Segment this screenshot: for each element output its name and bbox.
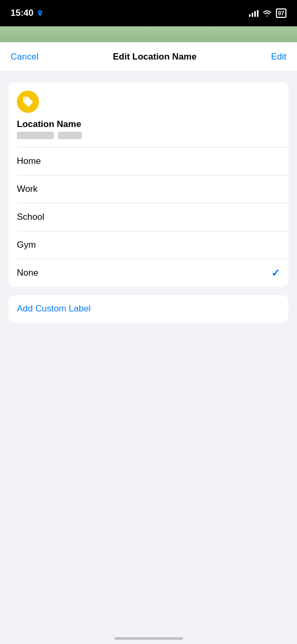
status-time: 15:40: [11, 8, 44, 18]
svg-rect-3: [257, 10, 258, 17]
map-preview: [0, 26, 297, 42]
list-item-gym[interactable]: Gym: [8, 231, 289, 259]
wifi-icon: [263, 10, 272, 17]
signal-icon: [249, 10, 258, 17]
tag-icon-circle: [17, 91, 39, 113]
svg-rect-2: [254, 11, 256, 17]
home-indicator: [114, 637, 183, 640]
page-title: Edit Location Name: [113, 52, 197, 62]
list-item-work[interactable]: Work: [8, 175, 289, 203]
list-item-gym-label: Gym: [17, 240, 36, 250]
list-item-home[interactable]: Home: [8, 148, 289, 175]
main-content: Location Name Home Work School Gym: [0, 72, 297, 333]
list-item-home-label: Home: [17, 156, 41, 167]
edit-button[interactable]: Edit: [271, 52, 286, 62]
location-icon: [36, 9, 44, 17]
add-custom-label-button[interactable]: Add Custom Label: [8, 295, 289, 323]
cancel-button[interactable]: Cancel: [11, 52, 39, 62]
status-bar: 15:40 97: [0, 0, 297, 26]
tag-icon: [22, 96, 34, 108]
list-item-work-label: Work: [17, 184, 37, 194]
location-name-value: [17, 132, 280, 147]
list-item-school-label: School: [17, 212, 44, 222]
checkmark-icon: ✓: [271, 267, 280, 279]
location-card: Location Name Home Work School Gym: [8, 82, 289, 287]
add-custom-label-text: Add Custom Label: [17, 304, 91, 314]
status-icons: 97: [249, 8, 286, 18]
list-item-none[interactable]: None ✓: [8, 259, 289, 287]
location-header: Location Name: [8, 82, 289, 147]
navigation-bar: Cancel Edit Location Name Edit: [0, 42, 297, 72]
list-item-none-label: None: [17, 268, 39, 278]
location-name-label: Location Name: [17, 119, 280, 130]
battery-icon: 97: [276, 8, 286, 18]
svg-rect-1: [252, 13, 253, 17]
list-item-school[interactable]: School: [8, 203, 289, 231]
svg-rect-0: [249, 14, 251, 17]
